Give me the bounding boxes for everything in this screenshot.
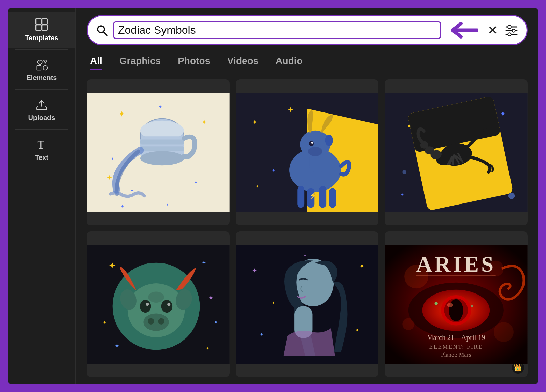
- svg-point-86: [148, 318, 154, 325]
- shapes-icon: [35, 58, 48, 71]
- svg-text:✦: ✦: [106, 174, 113, 181]
- tab-photos[interactable]: Photos: [178, 56, 210, 70]
- svg-point-109: [435, 302, 438, 305]
- sidebar-text-label: Text: [35, 154, 48, 162]
- upload-icon: [35, 97, 48, 111]
- grid-item-taurus[interactable]: ✦ ✦ ✦ ✦ ✦ ✦ ✦: [87, 231, 230, 377]
- svg-text:T: T: [37, 138, 44, 151]
- svg-point-88: [148, 291, 164, 303]
- svg-point-81: [140, 300, 151, 312]
- svg-text:✦: ✦: [120, 203, 125, 209]
- svg-text:✦: ✦: [208, 294, 214, 302]
- svg-text:✦: ✦: [103, 319, 107, 325]
- svg-point-12: [512, 29, 515, 32]
- svg-text:✦: ✦: [256, 184, 259, 189]
- svg-text:✦: ✦: [206, 346, 209, 350]
- svg-point-68: [403, 170, 407, 174]
- svg-point-87: [158, 318, 164, 325]
- svg-text:✦: ✦: [500, 109, 506, 118]
- svg-text:✦: ✦: [271, 300, 275, 305]
- sidebar-divider-2: [15, 89, 69, 90]
- sidebar-item-text[interactable]: T Text: [8, 131, 75, 168]
- grid-item-scorpio[interactable]: ✦ ✦ ✦ ✦: [385, 79, 528, 225]
- search-icon: [96, 24, 108, 36]
- sidebar-item-uploads[interactable]: Uploads: [8, 91, 75, 128]
- svg-text:✦: ✦: [506, 183, 510, 189]
- sidebar-templates-label: Templates: [25, 34, 58, 42]
- search-clear-button[interactable]: ✕: [488, 23, 498, 37]
- svg-point-48: [325, 135, 333, 146]
- svg-text:✦: ✦: [118, 109, 125, 118]
- svg-point-45: [309, 141, 314, 146]
- svg-text:ARIES: ARIES: [416, 252, 496, 276]
- main-panel: ✕ All Graphics Photos Videos Audio: [76, 8, 538, 384]
- svg-text:March 21 – April 19: March 21 – April 19: [427, 333, 485, 342]
- results-grid: ✦ ✦ ✦ ✦ ✦ ✦ ✦: [87, 79, 528, 377]
- svg-text:✦: ✦: [111, 156, 114, 161]
- svg-point-5: [43, 66, 48, 70]
- svg-text:✦: ✦: [166, 203, 169, 207]
- svg-rect-27: [140, 140, 184, 145]
- svg-text:✦: ✦: [406, 123, 412, 130]
- sidebar-divider-3: [15, 129, 69, 130]
- grid-icon: [35, 18, 48, 31]
- svg-point-82: [161, 300, 173, 312]
- svg-point-14: [508, 33, 511, 36]
- text-icon: T: [35, 137, 48, 151]
- sidebar-item-templates[interactable]: Templates: [8, 12, 75, 48]
- svg-text:✦: ✦: [355, 327, 359, 333]
- grid-item-capricorn[interactable]: ✦ ✦ ✦ ✦ ⚡: [236, 79, 379, 225]
- filter-icon[interactable]: [505, 24, 518, 36]
- svg-point-107: [449, 299, 463, 321]
- svg-text:✦: ✦: [252, 119, 257, 126]
- svg-text:✦: ✦: [109, 261, 116, 270]
- svg-text:✦: ✦: [359, 262, 365, 270]
- sidebar-item-elements[interactable]: Elements: [8, 51, 75, 88]
- svg-text:✦: ✦: [271, 168, 275, 173]
- svg-text:✦: ✦: [114, 342, 120, 349]
- svg-rect-1: [42, 19, 47, 24]
- svg-text:✦: ✦: [259, 331, 263, 337]
- svg-text:✦: ✦: [202, 259, 206, 266]
- svg-text:✦: ✦: [287, 105, 294, 114]
- search-input[interactable]: [113, 21, 441, 39]
- tab-audio[interactable]: Audio: [275, 56, 302, 70]
- svg-point-10: [508, 25, 511, 28]
- svg-point-101: [494, 322, 514, 342]
- svg-point-83: [146, 303, 149, 306]
- svg-point-67: [508, 193, 515, 199]
- svg-text:✦: ✦: [158, 104, 162, 110]
- svg-rect-28: [140, 146, 184, 151]
- search-bar: ✕: [87, 15, 528, 45]
- svg-point-110: [471, 305, 473, 307]
- svg-rect-40: [319, 186, 326, 208]
- svg-line-8: [103, 32, 107, 35]
- svg-text:ELEMENT: FIRE: ELEMENT: FIRE: [429, 343, 483, 350]
- svg-point-108: [447, 303, 454, 307]
- arrow-icon: [451, 21, 478, 40]
- svg-point-84: [167, 303, 170, 306]
- svg-text:✦: ✦: [202, 119, 207, 126]
- svg-point-46: [311, 142, 313, 144]
- sidebar-divider-1: [15, 49, 69, 50]
- tab-bar: All Graphics Photos Videos Audio: [87, 56, 528, 70]
- svg-text:✦: ✦: [130, 188, 134, 193]
- svg-point-26: [140, 151, 184, 165]
- sidebar-uploads-label: Uploads: [28, 114, 55, 122]
- svg-rect-41: [329, 188, 336, 208]
- svg-rect-0: [36, 19, 41, 24]
- tab-graphics[interactable]: Graphics: [119, 56, 161, 70]
- tab-all[interactable]: All: [90, 56, 102, 70]
- svg-text:⚡: ⚡: [309, 192, 317, 199]
- svg-text:Planet: Mars: Planet: Mars: [441, 351, 471, 358]
- sidebar-elements-label: Elements: [27, 74, 57, 82]
- grid-item-aquarius[interactable]: ✦ ✦ ✦ ✦ ✦ ✦ ✦: [87, 79, 230, 225]
- svg-point-47: [308, 147, 322, 156]
- svg-text:✦: ✦: [214, 319, 218, 325]
- tab-videos[interactable]: Videos: [227, 56, 258, 70]
- svg-rect-38: [297, 186, 304, 208]
- grid-item-virgo[interactable]: ✦ ✦ ✦ ✦ ✦ ✦: [236, 231, 379, 377]
- svg-text:✦: ✦: [252, 267, 257, 274]
- svg-point-85: [143, 313, 169, 331]
- grid-item-aries[interactable]: ARIES March 21 – April 19 ELEMENT: FIRE …: [385, 231, 528, 377]
